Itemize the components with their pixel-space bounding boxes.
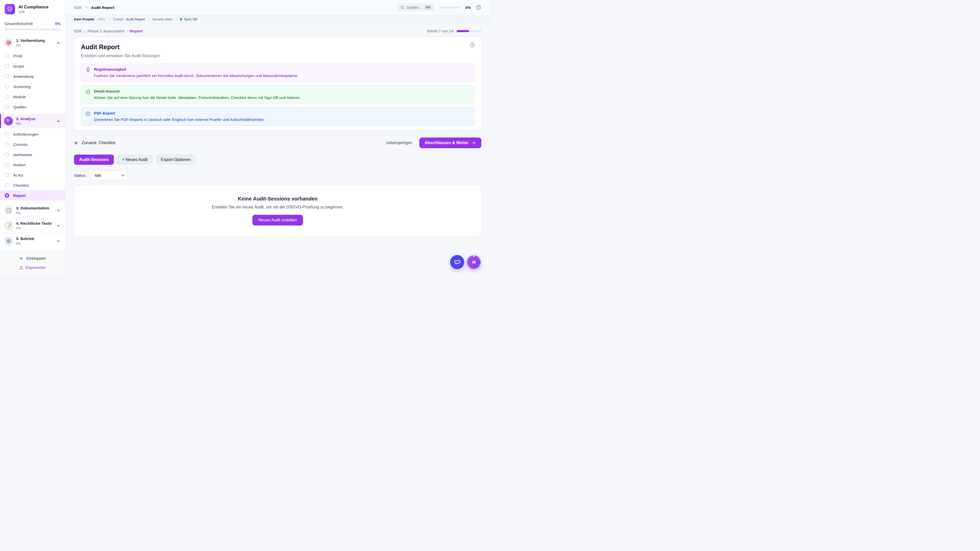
double-chevron-left-icon	[19, 256, 24, 261]
sidebar-item-profil[interactable]: Profil	[0, 51, 65, 61]
export-label: Exportieren	[26, 265, 46, 270]
skip-button[interactable]: Ueberspringen	[386, 141, 412, 145]
sidebar-section-header-1[interactable]: 🎯1. Vorbereitung0%	[0, 36, 65, 50]
info-box-info: PDF-ExportGenerieren Sie PDF-Reports in …	[81, 107, 474, 126]
sidebar-item-label: Anforderungen	[13, 132, 38, 137]
sidebar-section-header-2[interactable]: 🔍2. Analyse0%	[0, 114, 65, 128]
statusbar: Kein Projekt V001 Zuletzt: Audit Report …	[65, 15, 490, 24]
breadcrumb-phase[interactable]: Phase 1: Assessment	[88, 29, 124, 33]
app-root: { "colors": { "accent": "#9333ea", "sync…	[0, 0, 490, 275]
last-label: Zuletzt:	[113, 17, 124, 21]
finish-next-label: Abschliessen & Weiter	[425, 141, 469, 145]
main-area: SDK Audit Report Suchen... ⌘K 0% Kein Pr…	[65, 0, 490, 275]
section-label: 5. Betrieb	[16, 237, 53, 241]
sidebar-item-risiken[interactable]: Risiken	[0, 160, 65, 170]
target-icon: 🎯	[4, 38, 13, 47]
columns-icon	[471, 259, 477, 265]
sidebar-item-label: Quellen	[13, 105, 27, 109]
shield-check-icon	[5, 4, 15, 14]
arrow-left-icon	[74, 141, 79, 145]
back-link[interactable]: Zurueck: Checklist	[74, 141, 115, 145]
radio-icon	[5, 64, 9, 68]
chevron-down-icon	[56, 224, 60, 228]
overall-progress-percent: 0%	[55, 22, 60, 26]
sidebar-item-report[interactable]: Report	[0, 190, 65, 200]
version-badge: V001	[98, 17, 105, 21]
sidebar-item-anwendung[interactable]: Anwendung	[0, 71, 65, 81]
sidebar-item-nachweise[interactable]: Nachweise	[0, 149, 65, 160]
sidebar: AI Compliance SDK Gesamtfortschritt 0% 🎯…	[0, 0, 65, 275]
export-button[interactable]: Exportieren	[19, 265, 46, 270]
radio-icon	[5, 163, 9, 167]
sidebar-item-module[interactable]: Module	[0, 92, 65, 102]
chevron-up-icon	[56, 119, 60, 123]
sidebar-item-screening[interactable]: Screening	[0, 81, 65, 92]
section-percent: 0%	[16, 241, 53, 245]
section-label: 3. Dokumentation	[16, 206, 53, 210]
sidebar-item-scope[interactable]: Scope	[0, 61, 65, 71]
info-box-tip: RegelmaessigkeitFuehren Sie mindestens j…	[81, 64, 474, 82]
section-percent: 0%	[16, 43, 53, 47]
sidebar-item-label: Risiken	[13, 163, 26, 167]
search-shortcut-badge: ⌘K	[424, 5, 432, 10]
search-input[interactable]: Suchen... ⌘K	[397, 3, 434, 11]
overall-progress-label: Gesamtfortschritt	[5, 22, 33, 26]
sidebar-item-quellen[interactable]: Quellen	[0, 102, 65, 112]
chevron-up-icon	[56, 41, 60, 45]
radio-icon	[5, 132, 9, 137]
info-box-text: Klicken Sie auf eine Sitzung fuer die De…	[94, 95, 301, 100]
section-percent: 0%	[16, 122, 53, 125]
columns-fab-button[interactable]	[467, 255, 481, 269]
radio-icon	[5, 173, 9, 177]
audit-report-card: Audit Report Erstellen und verwalten Sie…	[74, 37, 481, 130]
sidebar-item-ai-act[interactable]: AI Act	[0, 170, 65, 180]
check-circle-icon	[86, 89, 91, 100]
tab-neues-audit[interactable]: + Neues Audit	[117, 155, 153, 165]
sidebar-section-header-3[interactable]: 📋3. Dokumentation0%	[0, 203, 65, 218]
status-select[interactable]: Alle	[91, 171, 128, 180]
card-help-icon[interactable]	[469, 42, 475, 48]
chat-fab-button[interactable]	[450, 255, 464, 269]
empty-state-subtitle: Erstellen Sie ein neues Audit, um mit de…	[80, 205, 476, 210]
wizard-nav-row: Zurueck: Checklist Ueberspringen Abschli…	[74, 138, 481, 148]
sidebar-item-label: Scope	[13, 64, 24, 68]
step-progress: Schritt 7 von 14	[427, 29, 481, 33]
info-box-title: PDF-Export	[94, 111, 265, 115]
radio-icon	[5, 142, 9, 147]
upload-icon	[19, 265, 23, 270]
create-audit-button[interactable]: Neues Audit erstellen	[252, 215, 303, 225]
section-percent: 0%	[16, 211, 53, 215]
breadcrumb-sdk[interactable]: SDK	[74, 29, 82, 33]
page-breadcrumb: SDK Phase 1: Assessment Report	[74, 29, 142, 33]
finish-next-button[interactable]: Abschliessen & Weiter	[419, 138, 481, 148]
last-value: Audit Report	[126, 17, 145, 21]
sidebar-item-label: Profil	[13, 54, 22, 58]
collapse-sidebar-button[interactable]: Einklappen	[19, 256, 46, 261]
radio-icon	[5, 74, 9, 79]
info-box-text: Generieren Sie PDF-Reports in Deutsch od…	[94, 118, 265, 122]
content: SDK Phase 1: Assessment Report Schritt 7…	[65, 24, 490, 275]
tab-audit-sessions[interactable]: Audit-Sessions	[74, 155, 114, 165]
sidebar-item-controls[interactable]: Controls	[0, 139, 65, 149]
radio-icon	[5, 95, 9, 99]
breadcrumb-root[interactable]: SDK	[74, 5, 82, 10]
radio-icon	[5, 105, 9, 109]
sidebar-item-checklist[interactable]: Checklist	[0, 180, 65, 190]
tab-export-optionen[interactable]: Export-Optionen	[156, 155, 196, 165]
chevron-right-icon	[85, 6, 88, 9]
collapse-label: Einklappen	[26, 256, 46, 261]
info-box-title: Regelmaessigkeit	[94, 67, 298, 71]
help-icon[interactable]	[476, 5, 481, 10]
chat-bubble-icon	[454, 259, 461, 265]
sidebar-section-header-5[interactable]: ⚙️5. Betrieb0%	[0, 233, 65, 248]
status-select-value: Alle	[94, 173, 101, 178]
topbar-breadcrumb: SDK Audit Report	[74, 5, 115, 10]
sidebar-item-label: Screening	[13, 84, 30, 89]
back-link-label: Zurueck: Checklist	[82, 141, 115, 145]
sidebar-section-header-4[interactable]: 📝4. Rechtliche Texte0%	[0, 218, 65, 233]
floating-buttons	[450, 255, 481, 269]
section-label: 2. Analyse	[16, 117, 53, 121]
sync-status-label: Sync OK	[184, 17, 197, 21]
overall-progress-block: Gesamtfortschritt 0%	[0, 18, 65, 35]
sidebar-item-anforderungen[interactable]: Anforderungen	[0, 129, 65, 139]
